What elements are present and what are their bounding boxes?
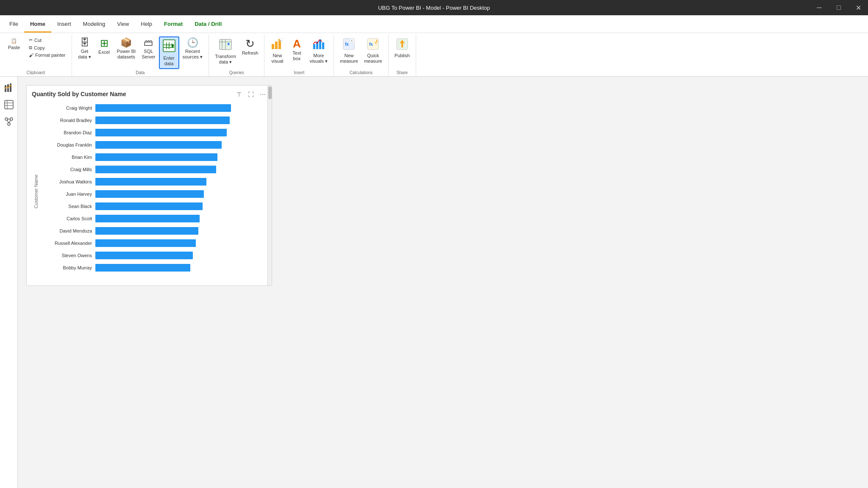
bar[interactable] (95, 153, 217, 161)
chart-row: Brian Kim (40, 152, 267, 163)
row-label: Brian Kim (40, 155, 95, 160)
bar[interactable] (95, 116, 230, 124)
row-label: Carlos Scott (40, 216, 95, 221)
bar[interactable] (95, 166, 216, 173)
menu-format[interactable]: Format (158, 15, 189, 33)
excel-button[interactable]: ⊞ Excel (95, 36, 114, 57)
close-button[interactable]: ✕ (849, 0, 868, 15)
format-painter-button[interactable]: 🖌 Format painter (26, 52, 68, 58)
menu-modeling[interactable]: Modeling (77, 15, 111, 33)
cut-button[interactable]: ✂ Cut (26, 36, 68, 44)
more-options-icon[interactable]: ⋯ (258, 90, 267, 99)
get-data-button[interactable]: 🗄 Getdata ▾ (75, 36, 94, 61)
new-measure-icon: fx + (343, 38, 355, 52)
bar[interactable] (95, 190, 204, 198)
transform-data-button[interactable]: Transformdata ▾ (212, 36, 239, 67)
menu-view[interactable]: View (111, 15, 135, 33)
sql-server-label: SQLServer (142, 49, 155, 60)
filter-icon[interactable]: ⊤ (234, 90, 244, 99)
bar-container (95, 116, 267, 125)
ribbon-group-queries: Transformdata ▾ ↻ Refresh Queries (209, 35, 264, 76)
new-measure-button[interactable]: fx + Newmeasure (337, 36, 361, 66)
svg-rect-10 (272, 44, 274, 49)
bar[interactable] (95, 129, 227, 136)
ribbon-group-share: Publish Share (389, 35, 416, 76)
bar[interactable] (95, 215, 200, 222)
bar-container (95, 214, 267, 223)
scrollbar-thumb[interactable] (268, 86, 272, 99)
svg-text:+: + (351, 39, 353, 42)
ribbon-group-insert: + Newvisual A Textbox (264, 35, 334, 76)
text-box-label: Textbox (292, 50, 301, 61)
menu-help[interactable]: Help (135, 15, 158, 33)
more-visuals-button[interactable]: Morevisuals ▾ (307, 36, 330, 66)
svg-rect-15 (313, 44, 315, 49)
sidebar-data-icon[interactable] (1, 97, 17, 112)
menu-file[interactable]: File (3, 15, 24, 33)
scrollbar[interactable] (267, 86, 272, 286)
minimize-button[interactable]: ─ (810, 0, 829, 15)
enter-data-button[interactable]: Enterdata (159, 36, 179, 69)
chart-rows: Craig WrightRonald BradleyBrandon DiazDo… (40, 103, 267, 280)
sidebar-report-icon[interactable] (1, 80, 17, 95)
sql-server-button[interactable]: 🗃 SQLServer (139, 36, 158, 61)
menu-insert[interactable]: Insert (51, 15, 77, 33)
maximize-button[interactable]: □ (829, 0, 849, 15)
focus-mode-icon[interactable]: ⛶ (246, 90, 256, 99)
copy-label: Copy (34, 45, 45, 50)
bar[interactable] (95, 202, 203, 210)
bar[interactable] (95, 264, 190, 272)
chart-row: Sean Black (40, 201, 267, 212)
bar[interactable] (95, 227, 198, 235)
recent-sources-button[interactable]: 🕒 Recentsources ▾ (180, 36, 206, 61)
bar[interactable] (95, 178, 206, 186)
chart-row: Joshua Watkins (40, 176, 267, 187)
bar-container (95, 190, 267, 198)
more-visuals-icon (313, 38, 325, 52)
bar[interactable] (95, 141, 222, 149)
more-visuals-label: Morevisuals ▾ (309, 53, 328, 64)
paste-label: Paste (8, 45, 20, 50)
quick-measure-button[interactable]: fx Quickmeasure (362, 36, 385, 66)
title-bar: UBG To Power BI - Model - Power BI Deskt… (0, 0, 868, 15)
small-clipboard-btns: ✂ Cut ⧉ Copy 🖌 Format painter (26, 36, 68, 58)
new-visual-button[interactable]: + Newvisual (268, 36, 287, 66)
bar-container (95, 263, 267, 272)
bar[interactable] (95, 252, 193, 259)
svg-text:fx: fx (345, 42, 349, 47)
excel-icon: ⊞ (100, 38, 108, 48)
refresh-button[interactable]: ↻ Refresh (239, 36, 261, 58)
svg-point-37 (8, 123, 10, 125)
chart-visual: Quantity Sold by Customer Name ⊤ ⛶ ⋯ Cus… (26, 85, 272, 286)
row-label: Ronald Bradley (40, 118, 95, 123)
data-group-label: Data (75, 69, 206, 76)
copy-button[interactable]: ⧉ Copy (26, 44, 68, 51)
menu-home[interactable]: Home (24, 15, 51, 33)
publish-icon (396, 38, 408, 52)
text-box-button[interactable]: A Textbox (287, 36, 306, 63)
publish-button[interactable]: Publish (392, 36, 412, 60)
transform-data-label: Transformdata ▾ (215, 54, 236, 65)
menu-data-drill[interactable]: Data / Drill (189, 15, 228, 33)
calculations-group-label: Calculations (337, 69, 385, 76)
ribbon-group-clipboard: 📋 Paste ✂ Cut ⧉ Copy 🖌 Format painter Cl… (0, 35, 72, 76)
row-label: Craig Wright (40, 105, 95, 111)
copy-icon: ⧉ (29, 45, 32, 50)
window-controls: ─ □ ✕ (810, 0, 868, 15)
power-bi-datasets-button[interactable]: 📦 Power BIdatasets (114, 36, 139, 61)
svg-rect-18 (322, 42, 324, 49)
svg-rect-30 (10, 83, 11, 92)
bar-container (95, 153, 267, 161)
svg-rect-11 (275, 42, 278, 49)
enter-data-icon (162, 39, 176, 54)
sidebar-model-icon[interactable] (1, 114, 17, 129)
bar-container (95, 251, 267, 260)
bar-container (95, 104, 267, 112)
chart-row: Douglas Franklin (40, 139, 267, 150)
chart-row: Steven Owens (40, 250, 267, 261)
text-box-icon: A (293, 38, 301, 49)
bar[interactable] (95, 104, 231, 112)
share-group-label: Share (392, 69, 412, 76)
bar[interactable] (95, 239, 196, 247)
paste-button[interactable]: 📋 Paste (3, 36, 25, 52)
